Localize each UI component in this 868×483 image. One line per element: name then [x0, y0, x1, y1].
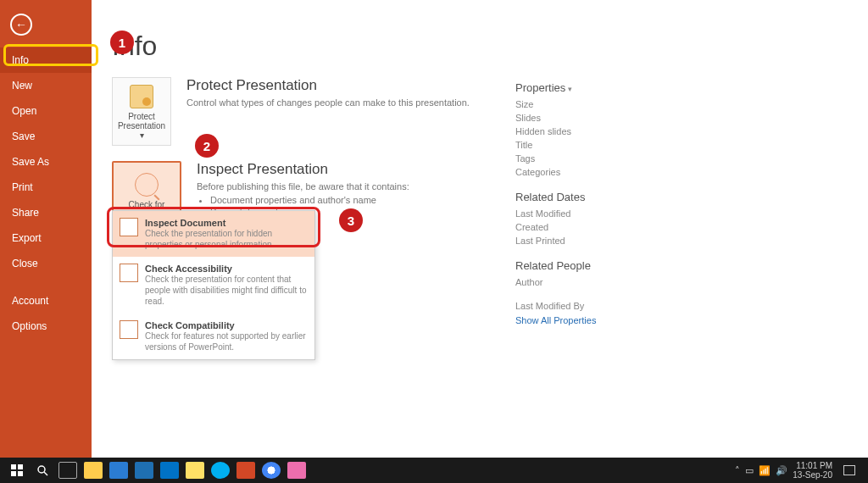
menu-desc: Check for features not supported by earl…: [145, 330, 308, 353]
inspect-desc: Before publishing this file, be aware th…: [197, 181, 409, 192]
back-button[interactable]: ←: [10, 14, 32, 36]
svg-rect-1: [18, 464, 23, 469]
sidebar-item-label: Open: [12, 105, 36, 117]
sidebar-item-label: Account: [12, 295, 48, 307]
clock-time: 11:01 PM: [793, 461, 832, 470]
main-panel: Info Protect Presentation ▾ Protect Pres…: [92, 0, 868, 458]
sidebar-item-options[interactable]: Options: [0, 314, 92, 339]
prop-last-printed: Last Printed: [515, 236, 596, 246]
sidebar-item-label: Save: [12, 130, 35, 142]
protect-desc: Control what types of changes people can…: [186, 97, 470, 108]
sidebar-item-close[interactable]: Close: [0, 251, 92, 276]
sidebar-item-export[interactable]: Export: [0, 225, 92, 251]
powerpoint-icon: [236, 462, 255, 479]
system-tray[interactable]: ˄ ▭ 📶 🔊: [735, 465, 787, 476]
task-view-icon: [58, 462, 77, 479]
sidebar-item-label: New: [12, 80, 32, 92]
tray-chevron-up-icon[interactable]: ˄: [735, 465, 740, 476]
inspect-bullet: Document properties and author's name: [210, 195, 409, 205]
search-button[interactable]: [31, 460, 54, 480]
protect-presentation-button[interactable]: Protect Presentation ▾: [112, 77, 171, 146]
prop-tags: Tags: [515, 153, 596, 164]
accessibility-icon: [120, 264, 138, 282]
sidebar-item-open[interactable]: Open: [0, 98, 92, 124]
svg-line-5: [44, 472, 47, 475]
prop-hidden-slides: Hidden slides: [515, 126, 596, 136]
related-people-header: Related People: [515, 259, 596, 272]
prop-title: Title: [515, 140, 596, 150]
related-dates-header: Related Dates: [515, 191, 596, 203]
taskbar-app-store[interactable]: [132, 460, 156, 480]
sticky-notes-icon: [186, 462, 204, 479]
battery-icon[interactable]: ▭: [745, 465, 754, 476]
start-button[interactable]: [5, 460, 29, 480]
svg-point-4: [38, 466, 45, 473]
back-arrow-icon: ←: [15, 18, 27, 31]
check-issues-menu: Inspect Document Check the presentation …: [112, 210, 315, 360]
sidebar-item-new[interactable]: New: [0, 73, 92, 98]
clock-date: 13-Sep-20: [793, 470, 832, 480]
task-view-button[interactable]: [56, 460, 80, 480]
sidebar-item-info[interactable]: Info: [0, 47, 92, 73]
taskbar-app-edge[interactable]: [107, 460, 131, 480]
menu-desc: Check the presentation for content that …: [145, 274, 308, 307]
sidebar-item-print[interactable]: Print: [0, 175, 92, 200]
action-center-button[interactable]: [837, 460, 861, 480]
wifi-icon[interactable]: 📶: [759, 465, 771, 476]
sidebar-item-label: Print: [12, 181, 33, 193]
svg-rect-3: [18, 471, 23, 476]
shield-lock-icon: [130, 85, 153, 108]
sidebar-item-save-as[interactable]: Save As: [0, 149, 92, 175]
taskbar-app-notes[interactable]: [183, 460, 207, 480]
backstage-sidebar: ← Info New Open Save Save As Print Share…: [0, 0, 92, 458]
sidebar-item-label: Save As: [12, 156, 49, 168]
properties-header[interactable]: Properties: [515, 81, 596, 94]
menu-title: Check Compatibility: [145, 320, 308, 330]
windows-taskbar: ˄ ▭ 📶 🔊 11:01 PM 13-Sep-20: [0, 458, 868, 483]
magnifier-icon: [135, 173, 159, 197]
menu-item-check-accessibility[interactable]: Check Accessibility Check the presentati…: [113, 257, 314, 314]
prop-size: Size: [515, 99, 596, 109]
taskbar-app-skype[interactable]: [209, 460, 232, 480]
outlook-icon: [160, 462, 179, 479]
inspect-row: Check for Issues ▾ Inspect Presentation …: [112, 161, 848, 229]
taskbar-app-file-explorer[interactable]: [81, 460, 105, 480]
taskbar-app-chrome[interactable]: [259, 460, 283, 480]
skype-icon: [211, 462, 230, 479]
sidebar-item-share[interactable]: Share: [0, 200, 92, 225]
folder-icon: [84, 462, 103, 479]
edge-icon: [109, 462, 128, 479]
search-icon: [36, 464, 48, 476]
protect-row: Protect Presentation ▾ Protect Presentat…: [112, 77, 848, 146]
menu-title: Check Accessibility: [145, 264, 308, 274]
tile-label: Protect Presentation ▾: [118, 112, 165, 140]
properties-panel: Properties Size Slides Hidden slides Tit…: [515, 81, 596, 326]
chrome-icon: [262, 462, 281, 479]
prop-created: Created: [515, 222, 596, 232]
prop-last-modified-by: Last Modified By: [515, 301, 596, 311]
taskbar-app-generic[interactable]: [285, 460, 309, 480]
protect-title: Protect Presentation: [186, 77, 470, 94]
volume-icon[interactable]: 🔊: [776, 465, 787, 476]
protect-text: Protect Presentation Control what types …: [186, 77, 470, 111]
menu-item-check-compatibility[interactable]: Check Compatibility Check for features n…: [113, 314, 314, 359]
sidebar-item-label: Close: [12, 258, 38, 269]
app-icon: [287, 462, 306, 479]
sidebar-item-account[interactable]: Account: [0, 288, 92, 314]
sidebar-item-label: Share: [12, 207, 39, 219]
sidebar-item-label: Export: [12, 232, 42, 244]
sidebar-item-save[interactable]: Save: [0, 124, 92, 149]
compatibility-icon: [120, 320, 138, 339]
taskbar-app-outlook[interactable]: [158, 460, 181, 480]
notification-icon: [843, 465, 855, 475]
sidebar-item-label: Options: [12, 320, 47, 332]
taskbar-clock[interactable]: 11:01 PM 13-Sep-20: [787, 461, 837, 480]
show-all-properties-link[interactable]: Show All Properties: [515, 315, 596, 325]
svg-rect-2: [11, 471, 16, 476]
prop-slides: Slides: [515, 113, 596, 123]
menu-item-inspect-document[interactable]: Inspect Document Check the presentation …: [113, 211, 314, 257]
taskbar-app-powerpoint[interactable]: [234, 460, 258, 480]
document-search-icon: [120, 218, 138, 236]
sidebar-item-label: Info: [12, 54, 29, 66]
windows-icon: [11, 464, 23, 476]
